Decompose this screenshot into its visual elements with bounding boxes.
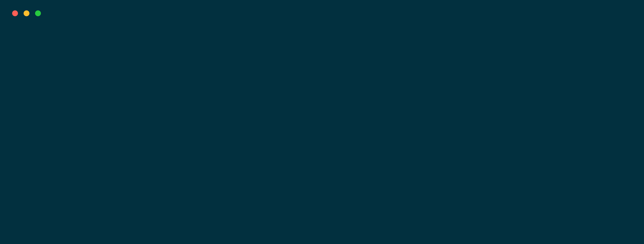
- maximize-icon[interactable]: [35, 10, 41, 16]
- minimize-icon[interactable]: [24, 10, 30, 16]
- code-window: [0, 0, 644, 244]
- window-controls: [12, 10, 41, 16]
- close-icon[interactable]: [12, 10, 18, 16]
